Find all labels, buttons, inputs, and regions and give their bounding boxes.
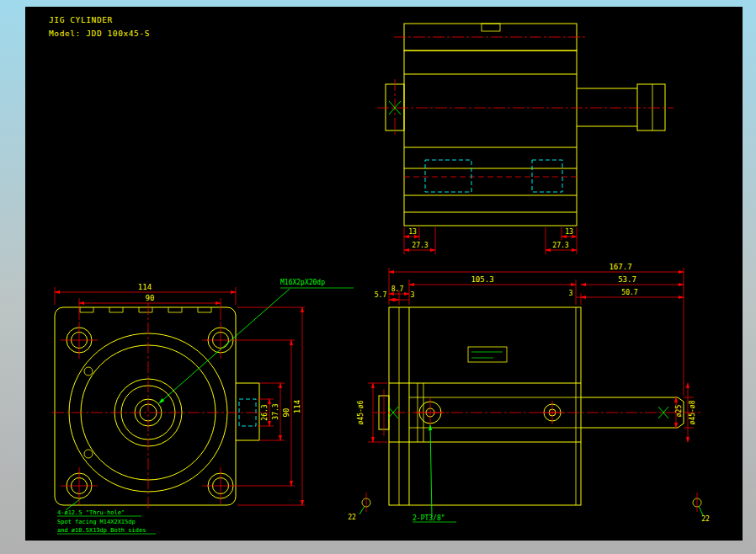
dim-114-right: 114: [293, 400, 301, 413]
dim-13-right: 13: [565, 228, 573, 236]
dia-45-8: ø45-ø8: [689, 400, 696, 424]
dia-45-6: ø45-ø6: [357, 400, 365, 424]
dim-27-3-right: 27.3: [552, 242, 568, 249]
note-thru-hole: 4-ø12.5 "Thru-hole": [57, 509, 125, 516]
dim-90-top: 90: [146, 294, 155, 302]
dim-26-3: 26.3: [261, 404, 269, 420]
thread-callout: M16X2pX20dp: [280, 279, 325, 286]
drawing-canvas[interactable]: [25, 7, 743, 541]
dim-5-7: 5.7: [375, 291, 387, 299]
dim-114-top: 114: [138, 283, 152, 291]
dim-8-7: 8.7: [391, 285, 404, 293]
dim-3-left: 3: [411, 291, 415, 299]
dim-27-3-left: 27.3: [412, 242, 428, 249]
note-spot-facing: Spot facing M14X2X15dp: [57, 519, 136, 525]
cad-viewport: JIG CYLINDER Model: JDD 100x45-S: [0, 0, 756, 554]
drawing-title: JIG CYLINDER: [49, 15, 113, 24]
dim-53-7: 53.7: [618, 275, 636, 284]
dia-25: ø25: [675, 405, 683, 418]
cad-drawing: JIG CYLINDER Model: JDD 100x45-S: [0, 0, 756, 554]
port-callout: 2-PT3/8": [413, 514, 445, 522]
dim-22-right: 22: [701, 515, 710, 523]
drawing-model: Model: JDD 100x45-S: [49, 29, 150, 38]
dim-167-7: 167.7: [609, 263, 631, 271]
dim-3-right: 3: [569, 290, 573, 297]
dim-37-3: 37.3: [272, 403, 280, 419]
dim-13-left: 13: [408, 228, 417, 236]
dim-50-7: 50.7: [621, 289, 637, 296]
dim-90-right: 90: [282, 408, 290, 418]
dim-105-3: 105.3: [471, 275, 493, 284]
dim-22-left: 22: [348, 514, 356, 521]
note-both-sides: and ø18.5X13dp Both sides: [57, 527, 146, 534]
